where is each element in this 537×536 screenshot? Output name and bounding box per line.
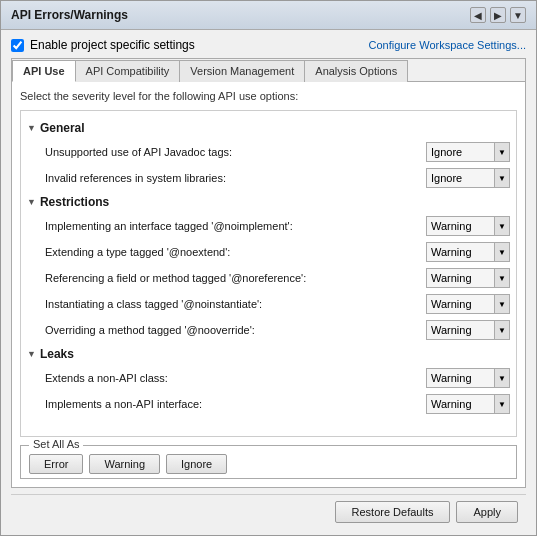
tab-api-use[interactable]: API Use	[12, 60, 76, 82]
restore-defaults-button[interactable]: Restore Defaults	[335, 501, 451, 523]
tab-content: Select the severity level for the follow…	[12, 82, 525, 487]
noimplement-dropdown[interactable]: Ignore Warning Error	[426, 216, 494, 236]
leaks-label: Leaks	[40, 347, 74, 361]
nooverride-dropdown-wrapper: Ignore Warning Error ▼	[426, 320, 510, 340]
option-noreference: Referencing a field or method tagged '@n…	[25, 265, 512, 291]
system-libraries-dropdown[interactable]: Ignore Warning Error	[426, 168, 494, 188]
tabs-container: API Use API Compatibility Version Manage…	[11, 58, 526, 488]
set-all-buttons: Error Warning Ignore	[29, 454, 508, 474]
tab-analysis-options[interactable]: Analysis Options	[304, 60, 408, 82]
noextend-dropdown-arrow[interactable]: ▼	[494, 242, 510, 262]
general-label: General	[40, 121, 85, 135]
noinstantiate-dropdown[interactable]: Ignore Warning Error	[426, 294, 494, 314]
option-non-api-interface: Implements a non-API interface: Ignore W…	[25, 391, 512, 417]
set-all-warning-button[interactable]: Warning	[89, 454, 160, 474]
noimplement-label: Implementing an interface tagged '@noimp…	[45, 220, 426, 232]
nooverride-label: Overriding a method tagged '@nooverride'…	[45, 324, 426, 336]
enable-project-settings-checkbox[interactable]	[11, 39, 24, 52]
set-all-label: Set All As	[29, 438, 83, 450]
set-all-section: Set All As Error Warning Ignore	[20, 445, 517, 479]
option-noextend: Extending a type tagged '@noextend': Ign…	[25, 239, 512, 265]
section-leaks: ▼ Leaks	[27, 347, 512, 361]
content-area: Enable project specific settings Configu…	[1, 30, 536, 535]
tabs-header: API Use API Compatibility Version Manage…	[12, 59, 525, 82]
system-libraries-label: Invalid references in system libraries:	[45, 172, 426, 184]
back-button[interactable]: ◀	[470, 7, 486, 23]
settings-row: Enable project specific settings Configu…	[11, 38, 526, 52]
forward-button[interactable]: ▶	[490, 7, 506, 23]
tab-version-management[interactable]: Version Management	[179, 60, 305, 82]
tab-description: Select the severity level for the follow…	[20, 90, 517, 102]
nooverride-dropdown[interactable]: Ignore Warning Error	[426, 320, 494, 340]
non-api-class-dropdown-arrow[interactable]: ▼	[494, 368, 510, 388]
bottom-buttons: Restore Defaults Apply	[11, 494, 526, 527]
options-scroll-area[interactable]: ▼ General Unsupported use of API Javadoc…	[20, 110, 517, 437]
enable-project-settings-label: Enable project specific settings	[30, 38, 195, 52]
option-nooverride: Overriding a method tagged '@nooverride'…	[25, 317, 512, 343]
window-title: API Errors/Warnings	[11, 8, 128, 22]
workspace-settings-link[interactable]: Configure Workspace Settings...	[368, 39, 526, 51]
javadoc-tags-dropdown[interactable]: Ignore Warning Error	[426, 142, 494, 162]
noextend-dropdown[interactable]: Ignore Warning Error	[426, 242, 494, 262]
option-noimplement: Implementing an interface tagged '@noimp…	[25, 213, 512, 239]
non-api-interface-label: Implements a non-API interface:	[45, 398, 426, 410]
noimplement-dropdown-arrow[interactable]: ▼	[494, 216, 510, 236]
option-noinstantiate: Instantiating a class tagged '@noinstant…	[25, 291, 512, 317]
set-all-ignore-button[interactable]: Ignore	[166, 454, 227, 474]
javadoc-tags-label: Unsupported use of API Javadoc tags:	[45, 146, 426, 158]
section-general: ▼ General	[27, 121, 512, 135]
non-api-interface-dropdown-wrapper: Ignore Warning Error ▼	[426, 394, 510, 414]
noreference-label: Referencing a field or method tagged '@n…	[45, 272, 426, 284]
noimplement-dropdown-wrapper: Ignore Warning Error ▼	[426, 216, 510, 236]
noreference-dropdown[interactable]: Ignore Warning Error	[426, 268, 494, 288]
options-inner: ▼ General Unsupported use of API Javadoc…	[21, 111, 516, 423]
option-system-libraries: Invalid references in system libraries: …	[25, 165, 512, 191]
main-window: API Errors/Warnings ◀ ▶ ▼ Enable project…	[0, 0, 537, 536]
noinstantiate-dropdown-arrow[interactable]: ▼	[494, 294, 510, 314]
tab-api-compatibility[interactable]: API Compatibility	[75, 60, 181, 82]
non-api-class-dropdown[interactable]: Ignore Warning Error	[426, 368, 494, 388]
restrictions-collapse-icon[interactable]: ▼	[27, 197, 36, 207]
non-api-interface-dropdown-arrow[interactable]: ▼	[494, 394, 510, 414]
non-api-interface-dropdown[interactable]: Ignore Warning Error	[426, 394, 494, 414]
set-all-error-button[interactable]: Error	[29, 454, 83, 474]
system-libraries-dropdown-arrow[interactable]: ▼	[494, 168, 510, 188]
non-api-class-label: Extends a non-API class:	[45, 372, 426, 384]
menu-button[interactable]: ▼	[510, 7, 526, 23]
noextend-dropdown-wrapper: Ignore Warning Error ▼	[426, 242, 510, 262]
leaks-collapse-icon[interactable]: ▼	[27, 349, 36, 359]
section-restrictions: ▼ Restrictions	[27, 195, 512, 209]
noinstantiate-label: Instantiating a class tagged '@noinstant…	[45, 298, 426, 310]
javadoc-tags-dropdown-wrapper: Ignore Warning Error ▼	[426, 142, 510, 162]
javadoc-tags-dropdown-arrow[interactable]: ▼	[494, 142, 510, 162]
title-controls: ◀ ▶ ▼	[470, 7, 526, 23]
nooverride-dropdown-arrow[interactable]: ▼	[494, 320, 510, 340]
restrictions-label: Restrictions	[40, 195, 109, 209]
system-libraries-dropdown-wrapper: Ignore Warning Error ▼	[426, 168, 510, 188]
option-non-api-class: Extends a non-API class: Ignore Warning …	[25, 365, 512, 391]
title-bar: API Errors/Warnings ◀ ▶ ▼	[1, 1, 536, 30]
noinstantiate-dropdown-wrapper: Ignore Warning Error ▼	[426, 294, 510, 314]
apply-button[interactable]: Apply	[456, 501, 518, 523]
general-collapse-icon[interactable]: ▼	[27, 123, 36, 133]
noreference-dropdown-arrow[interactable]: ▼	[494, 268, 510, 288]
non-api-class-dropdown-wrapper: Ignore Warning Error ▼	[426, 368, 510, 388]
option-javadoc-tags: Unsupported use of API Javadoc tags: Ign…	[25, 139, 512, 165]
noextend-label: Extending a type tagged '@noextend':	[45, 246, 426, 258]
noreference-dropdown-wrapper: Ignore Warning Error ▼	[426, 268, 510, 288]
